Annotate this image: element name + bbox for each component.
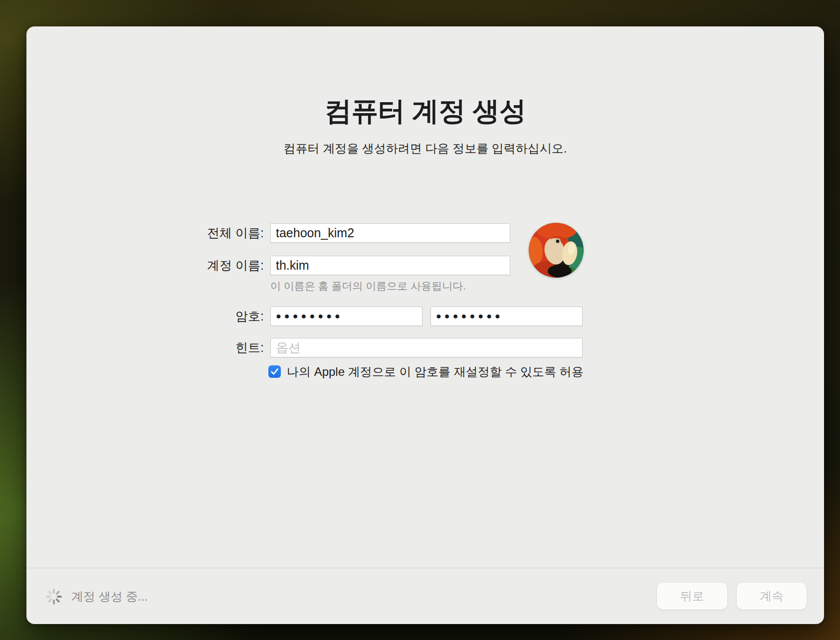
page-title: 컴퓨터 계정 생성	[26, 93, 824, 130]
password-verify-input[interactable]	[430, 307, 583, 326]
parrot-avatar-image	[529, 223, 584, 278]
back-button[interactable]: 뒤로	[657, 583, 727, 610]
full-name-label: 전체 이름:	[114, 223, 264, 243]
progress-spinner-icon	[45, 588, 62, 605]
checkmark-icon	[270, 367, 279, 376]
page-subtitle: 컴퓨터 계정을 생성하려면 다음 정보를 입력하십시오.	[26, 141, 824, 157]
create-account-dialog: 컴퓨터 계정 생성 컴퓨터 계정을 생성하려면 다음 정보를 입력하십시오. 전…	[26, 26, 824, 624]
footer-separator	[26, 568, 824, 568]
apple-reset-checkbox[interactable]	[268, 365, 281, 378]
setup-background: 컴퓨터 계정 생성 컴퓨터 계정을 생성하려면 다음 정보를 입력하십시오. 전…	[0, 0, 840, 640]
account-name-helper: 이 이름은 홈 폴더의 이름으로 사용됩니다.	[270, 279, 466, 293]
full-name-input[interactable]	[270, 223, 510, 243]
password-label: 암호:	[114, 307, 264, 326]
hint-input[interactable]	[270, 338, 583, 357]
hint-label: 힌트:	[114, 338, 264, 357]
continue-button[interactable]: 계속	[737, 583, 807, 610]
account-avatar[interactable]	[529, 223, 584, 278]
status-text: 계정 생성 중...	[71, 590, 148, 604]
account-name-input[interactable]	[270, 256, 510, 275]
password-input[interactable]	[270, 307, 422, 326]
account-name-label: 계정 이름:	[114, 256, 264, 275]
apple-reset-label[interactable]: 나의 Apple 계정으로 이 암호를 재설정할 수 있도록 허용	[287, 365, 584, 379]
